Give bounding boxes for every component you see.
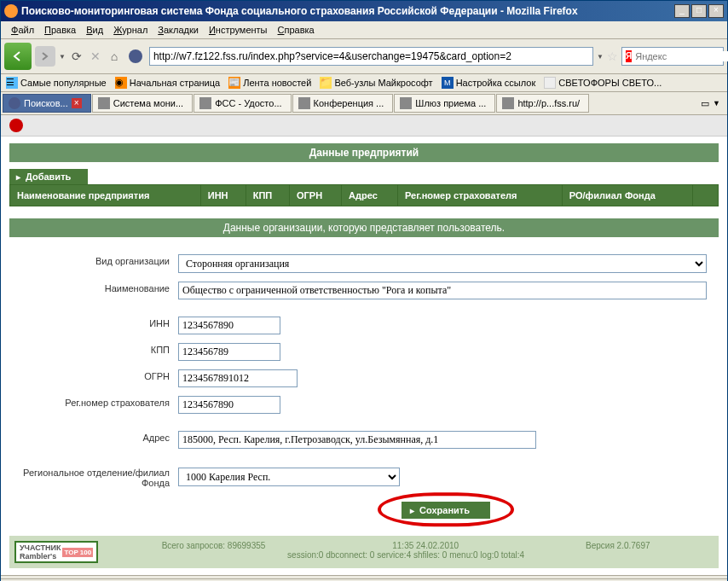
menu-tools[interactable]: Инструменты	[204, 23, 273, 37]
nav-toolbar: ▼ ⟳ ✕ ⌂ ▼ ☆ Я	[1, 39, 727, 74]
name-input[interactable]	[178, 282, 707, 299]
add-button[interactable]: Добавить	[9, 169, 88, 184]
col-addr[interactable]: Адрес	[342, 185, 398, 206]
favorite-icon[interactable]: ☆	[607, 49, 618, 63]
org-type-select[interactable]: Сторонняя организация	[178, 254, 707, 273]
tab-5[interactable]: http://p...fss.ru/	[496, 94, 589, 113]
forward-button[interactable]	[35, 46, 55, 67]
search-box[interactable]: Я	[621, 47, 724, 66]
addr-input[interactable]	[178, 431, 536, 449]
tab-4[interactable]: Шлюз приема ...	[394, 94, 495, 113]
stop-page-icon[interactable]	[9, 119, 23, 132]
bookmark-links[interactable]: MНастройка ссылок	[442, 77, 536, 89]
home-icon[interactable]: ⌂	[107, 49, 122, 64]
menubar: Файл Правка Вид Журнал Закладки Инструме…	[1, 21, 727, 39]
page-footer: УЧАСТНИКRambler's TOP 100 Всего запросов…	[9, 536, 719, 568]
menu-edit[interactable]: Правка	[39, 23, 81, 37]
url-input[interactable]	[149, 47, 593, 66]
rambler-badge[interactable]: УЧАСТНИКRambler's TOP 100	[14, 541, 98, 563]
back-button[interactable]	[4, 43, 32, 70]
menu-file[interactable]: Файл	[6, 23, 39, 37]
close-button[interactable]: ×	[708, 4, 724, 18]
bookmark-traffic[interactable]: СВЕТОФОРЫ СВЕТО...	[544, 77, 662, 89]
label-regional: Региональное отделение/филиал Фонда	[11, 462, 173, 491]
bookmarks-bar: ☰Самые популярные ◉Начальная страница 📰Л…	[1, 74, 727, 92]
reg-input[interactable]	[178, 396, 280, 414]
bookmark-popular[interactable]: ☰Самые популярные	[6, 77, 107, 89]
label-name: Наименование	[11, 278, 173, 303]
label-org-type: Вид организации	[11, 251, 173, 276]
ogrn-input[interactable]	[178, 369, 298, 387]
inn-input[interactable]	[178, 317, 280, 334]
col-inn[interactable]: ИНН	[200, 185, 246, 206]
tab-2[interactable]: ФСС - Удосто...	[194, 94, 291, 113]
org-header: Данные организации, которую представляет…	[9, 218, 719, 237]
kpp-input[interactable]	[178, 343, 280, 361]
window-titlebar: Поисково-мониторинговая система Фонда со…	[1, 1, 727, 21]
col-ogrn[interactable]: ОГРН	[290, 185, 342, 206]
site-icon	[129, 49, 142, 63]
stop-icon[interactable]: ✕	[88, 49, 103, 64]
bookmark-home[interactable]: ◉Начальная страница	[115, 77, 220, 89]
url-dropdown-icon[interactable]: ▼	[597, 53, 604, 61]
maximize-button[interactable]: □	[691, 4, 707, 18]
reload-icon[interactable]: ⟳	[69, 49, 84, 64]
tab-list-icon[interactable]: ▼	[713, 99, 720, 107]
label-reg: Рег.номер страхователя	[11, 392, 173, 417]
menu-history[interactable]: Журнал	[108, 23, 153, 37]
footer-session: session:0 dbconnect: 0 service:4 shfiles…	[98, 550, 714, 560]
bookmark-ms[interactable]: 📁Веб-узлы Майкрософт	[320, 77, 432, 89]
bookmark-news[interactable]: 📰Лента новостей	[228, 77, 311, 89]
label-addr: Адрес	[11, 427, 173, 452]
window-title: Поисково-мониторинговая система Фонда со…	[21, 5, 674, 17]
enterprises-header: Данные предприятий	[9, 143, 719, 162]
dropdown-icon[interactable]: ▼	[59, 53, 66, 61]
page-content: Данные предприятий Добавить Наименование…	[1, 115, 727, 568]
firefox-icon	[4, 4, 18, 18]
org-form: Вид организации Сторонняя организация На…	[9, 249, 719, 529]
label-ogrn: ОГРН	[11, 366, 173, 391]
regional-select[interactable]: 1000 Карелия Респ.	[178, 468, 400, 486]
minimize-button[interactable]: _	[674, 4, 690, 18]
tab-close-icon[interactable]: ×	[72, 98, 82, 108]
tab-1[interactable]: Система мони...	[92, 94, 193, 113]
menu-bookmarks[interactable]: Закладки	[153, 23, 204, 37]
new-tab-icon[interactable]: ▭	[701, 98, 709, 109]
tab-3[interactable]: Конференция ...	[292, 94, 394, 113]
col-reg[interactable]: Рег.номер страхователя	[397, 185, 562, 206]
col-kpp[interactable]: КПП	[246, 185, 289, 206]
yandex-icon: Я	[626, 50, 632, 62]
label-inn: ИНН	[11, 313, 173, 338]
enterprises-table: Наименование предприятия ИНН КПП ОГРН Ад…	[9, 184, 719, 206]
search-input[interactable]	[635, 51, 728, 61]
label-kpp: КПП	[11, 340, 173, 364]
save-button[interactable]: Сохранить	[402, 502, 490, 519]
col-name[interactable]: Наименование предприятия	[10, 185, 201, 206]
tab-bar: Поисков...× Система мони... ФСС - Удосто…	[1, 92, 727, 115]
footer-datetime: 11:35 24.02.2010	[392, 541, 459, 550]
footer-version: Версия 2.0.7697	[586, 541, 650, 550]
col-ro[interactable]: РО/филиал Фонда	[562, 185, 692, 206]
menu-view[interactable]: Вид	[81, 23, 108, 37]
menu-help[interactable]: Справка	[273, 23, 320, 37]
footer-requests: Всего запросов: 89699355	[162, 541, 266, 550]
col-empty	[693, 185, 719, 206]
page-toolbar	[1, 115, 727, 137]
tab-0[interactable]: Поисков...×	[3, 94, 91, 113]
